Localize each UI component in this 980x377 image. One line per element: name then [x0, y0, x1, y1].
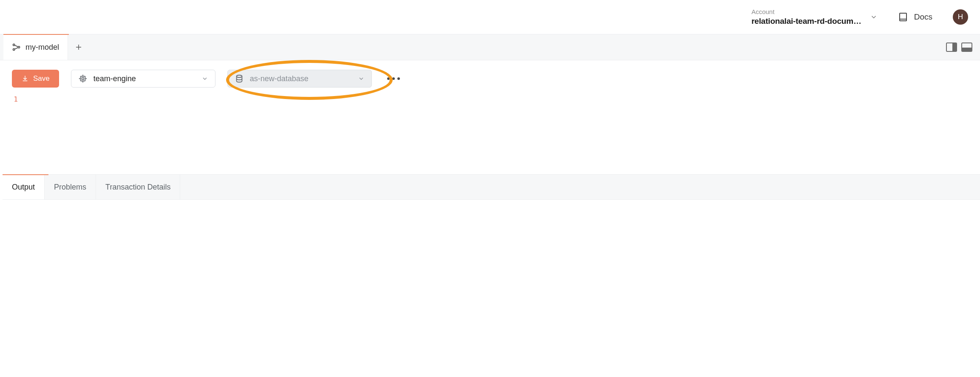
tab-transaction-details-label: Transaction Details	[105, 183, 170, 192]
file-tab-label: my-model	[25, 43, 59, 52]
svg-line-6	[14, 48, 18, 49]
docs-label: Docs	[914, 12, 932, 22]
add-tab-button[interactable]	[68, 34, 89, 60]
save-button[interactable]: Save	[12, 70, 59, 88]
svg-rect-12	[82, 78, 84, 80]
docs-link[interactable]: Docs	[898, 12, 932, 22]
engine-select-value: team-engine	[93, 74, 195, 83]
svg-point-17	[236, 75, 242, 78]
editor-toolbar: Save team-engine as-new-database	[0, 60, 980, 94]
file-tabstrip: my-model	[0, 34, 980, 60]
dot-icon	[387, 77, 390, 80]
tab-problems-label: Problems	[54, 183, 86, 192]
tab-output[interactable]: Output	[3, 175, 45, 199]
plus-icon	[75, 43, 82, 51]
top-header: Account relationalai-team-rd-docum… Docs…	[0, 0, 980, 34]
graph-icon	[12, 43, 21, 52]
file-tab-my-model[interactable]: my-model	[3, 34, 68, 60]
svg-rect-11	[80, 77, 85, 81]
database-select-placeholder: as-new-database	[250, 74, 352, 83]
book-icon	[898, 12, 908, 22]
account-selector[interactable]: Account relationalai-team-rd-docum…	[751, 8, 878, 26]
chevron-down-icon	[358, 75, 365, 82]
svg-rect-0	[900, 13, 906, 21]
save-button-label: Save	[33, 74, 50, 83]
code-area[interactable]	[23, 94, 980, 174]
svg-point-2	[13, 44, 15, 45]
account-text: Account relationalai-team-rd-docum…	[751, 8, 861, 26]
avatar[interactable]: H	[953, 9, 968, 25]
tab-transaction-details[interactable]: Transaction Details	[96, 175, 180, 199]
svg-point-3	[13, 48, 15, 50]
dot-icon	[392, 77, 395, 80]
code-editor[interactable]: 1	[0, 94, 980, 174]
account-label: Account	[751, 8, 861, 16]
panel-toggles	[946, 34, 980, 60]
results-tabstrip: Output Problems Transaction Details	[3, 174, 980, 200]
toggle-side-panel-button[interactable]	[946, 43, 957, 52]
download-icon	[21, 75, 29, 82]
chevron-down-icon	[201, 75, 208, 82]
database-select[interactable]: as-new-database	[227, 70, 372, 88]
database-icon	[235, 74, 244, 83]
toggle-bottom-panel-button[interactable]	[961, 43, 972, 52]
chip-icon	[78, 74, 88, 83]
tab-problems[interactable]: Problems	[45, 175, 96, 199]
avatar-initial: H	[958, 13, 963, 21]
output-panel	[0, 200, 980, 259]
dot-icon	[397, 77, 400, 80]
line-number-gutter: 1	[0, 94, 23, 174]
tab-output-label: Output	[12, 183, 35, 192]
svg-point-4	[18, 46, 20, 48]
svg-line-5	[14, 45, 18, 47]
engine-select[interactable]: team-engine	[71, 70, 215, 88]
chevron-down-icon	[870, 13, 878, 21]
line-number: 1	[0, 95, 18, 103]
account-name: relationalai-team-rd-docum…	[751, 16, 861, 26]
more-actions-button[interactable]	[384, 74, 403, 83]
